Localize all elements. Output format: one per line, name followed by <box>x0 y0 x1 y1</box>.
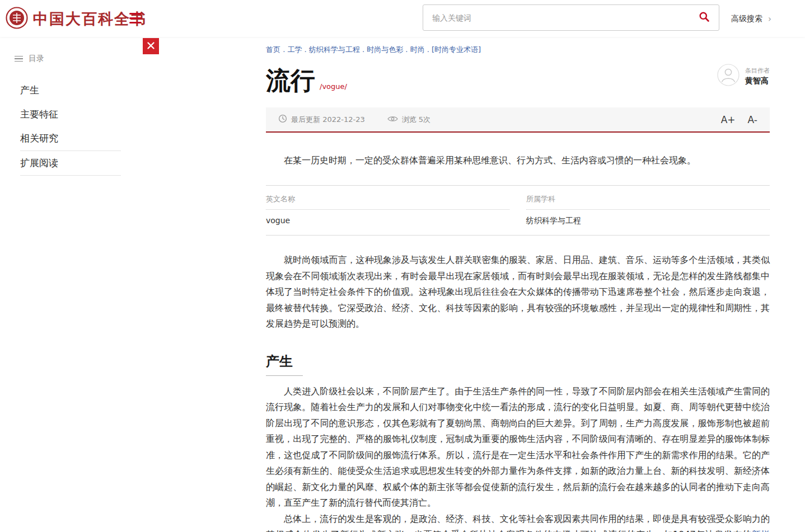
site-header: 中国大百科全书 高级搜索 › <box>0 0 805 37</box>
menu-bar <box>129 17 142 19</box>
field-english-name: 英文名称 vogue <box>266 194 509 226</box>
logo-seal-icon <box>6 7 28 31</box>
menu-button[interactable] <box>129 13 142 23</box>
field-value: vogue <box>266 210 509 225</box>
view-count-text: 浏览 5次 <box>402 115 430 125</box>
advanced-search-label: 高级搜索 <box>731 14 762 24</box>
body-paragraph-1: 人类进入阶级社会以来，不同阶层产生了。由于生活生产条件的同一性，导致了不同阶层内… <box>266 384 770 511</box>
field-discipline: 所属学科 纺织科学与工程 <box>526 194 770 226</box>
toc-title: 目录 <box>29 54 44 64</box>
author-label: 条目作者 <box>745 67 770 75</box>
last-updated-text: 最后更新 2022-12-23 <box>291 115 365 125</box>
site-logo[interactable]: 中国大百科全书 <box>6 7 147 31</box>
toc-sidebar: 目录 产生 主要特征 相关研究 扩展阅读 <box>0 37 143 532</box>
author-name[interactable]: 黄智高 <box>745 76 769 86</box>
eye-icon <box>387 115 398 124</box>
article-title: 流行 <box>266 67 315 94</box>
breadcrumb-gongxue[interactable]: 工学 <box>287 45 302 54</box>
title-row: 流行 /vogue/ 条目作者 黄智高 <box>266 67 770 94</box>
breadcrumb-separator: . <box>403 45 410 54</box>
breadcrumb-shishangyusecai[interactable]: 时尚与色彩 <box>367 45 403 54</box>
field-label: 英文名称 <box>266 194 509 210</box>
field-value: 纺织科学与工程 <box>526 210 770 226</box>
breadcrumb-shishang[interactable]: 时尚 <box>410 45 425 54</box>
breadcrumb-separator: . <box>425 45 432 54</box>
search-icon <box>699 11 710 24</box>
breadcrumb-zhuanyeshuyu[interactable]: [时尚专业术语] <box>432 45 481 54</box>
body-paragraph-2: 总体上，流行的发生是客观的，是政治、经济、科技、文化等社会客观因素共同作用的结果… <box>266 511 770 532</box>
article-summary: 在某一历史时期，一定的受众群体普遍采用某种思维意识、行为方式、生活内容或习惯的一… <box>266 153 770 168</box>
paragraph-text: 总体上，流行的发生是客观的，是政治、经济、科技、文化等社会客观因素共同作用的结果… <box>266 514 770 532</box>
article-main: 首页 . 工学 . 纺织科学与工程 . 时尚与色彩 . 时尚 . [时尚专业术语… <box>266 37 770 532</box>
search-box <box>423 4 719 31</box>
info-fields: 英文名称 vogue 所属学科 纺织科学与工程 <box>266 185 770 236</box>
section-title-chansheng: 产生 <box>266 352 303 376</box>
breadcrumb-fangzhi[interactable]: 纺织科学与工程 <box>309 45 360 54</box>
breadcrumb-separator: . <box>302 45 308 54</box>
meta-bar: 最后更新 2022-12-23 浏览 5次 A+ A- <box>266 107 770 133</box>
close-icon <box>147 42 155 51</box>
toc-header: 目录 <box>15 54 143 64</box>
menu-bar <box>129 13 142 15</box>
article-subtitle: /vogue/ <box>320 82 347 94</box>
toc-item-xiangguanyanjiu[interactable]: 相关研究 <box>20 126 121 151</box>
view-count: 浏览 5次 <box>387 115 430 125</box>
advanced-search-link[interactable]: 高级搜索 › <box>731 14 771 24</box>
breadcrumb-home[interactable]: 首页 <box>266 45 280 54</box>
menu-bar <box>129 22 142 23</box>
field-label: 所属学科 <box>526 194 770 210</box>
search-button[interactable] <box>694 11 719 24</box>
toc-item-kuozhanyuedu[interactable]: 扩展阅读 <box>20 151 121 176</box>
breadcrumb: 首页 . 工学 . 纺织科学与工程 . 时尚与色彩 . 时尚 . [时尚专业术语… <box>266 45 770 55</box>
last-updated: 最后更新 2022-12-23 <box>278 114 365 125</box>
search-input[interactable] <box>423 5 694 30</box>
toc-item-chansheng[interactable]: 产生 <box>20 78 121 102</box>
toc-list-icon <box>15 56 23 62</box>
font-size-controls: A+ A- <box>721 114 757 125</box>
font-increase-button[interactable]: A+ <box>721 114 736 125</box>
clock-icon <box>278 114 287 125</box>
intro-paragraph: 就时尚领域而言，这种现象涉及与该发生人群关联密集的服装、家居、日用品、建筑、音乐… <box>266 252 770 332</box>
breadcrumb-separator: . <box>360 45 367 54</box>
toc-item-zhuyaotezheng[interactable]: 主要特征 <box>20 102 121 126</box>
author-box: 条目作者 黄智高 <box>717 64 770 88</box>
breadcrumb-separator: . <box>280 45 287 54</box>
close-sidebar-button[interactable] <box>143 38 159 54</box>
font-decrease-button[interactable]: A- <box>748 114 757 125</box>
chevron-right-icon: › <box>768 14 771 24</box>
author-avatar <box>717 64 740 88</box>
toc-list: 产生 主要特征 相关研究 扩展阅读 <box>20 78 121 176</box>
